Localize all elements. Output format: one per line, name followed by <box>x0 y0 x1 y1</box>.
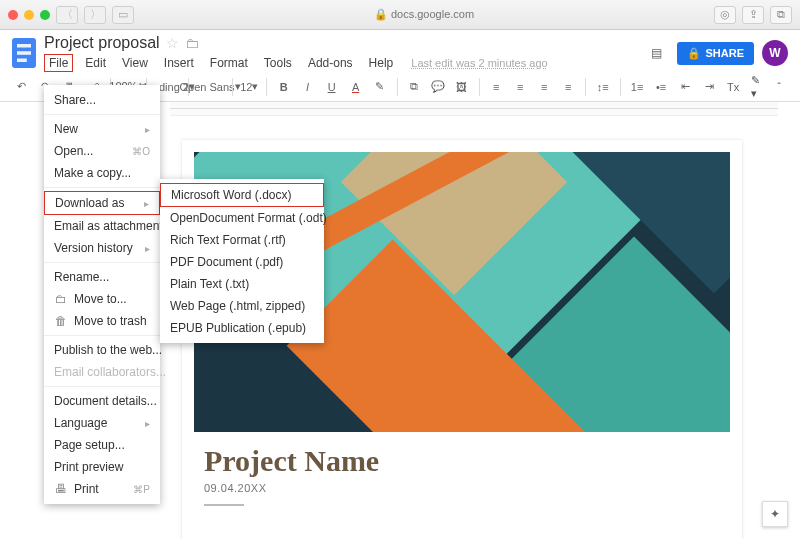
back-button[interactable]: 〈 <box>56 6 78 24</box>
editing-mode-button[interactable]: ✎ ▾ <box>748 77 766 97</box>
menu-page-setup[interactable]: Page setup... <box>44 434 160 456</box>
last-edit-link[interactable]: Last edit was 2 minutes ago <box>411 57 547 69</box>
submenu-pdf[interactable]: PDF Document (.pdf) <box>160 251 324 273</box>
project-date[interactable]: 09.04.20XX <box>204 482 742 494</box>
clear-formatting-button[interactable]: Tx <box>724 77 742 97</box>
close-window-icon[interactable] <box>8 10 18 20</box>
bold-button[interactable]: B <box>275 77 293 97</box>
italic-button[interactable]: I <box>299 77 317 97</box>
undo-button[interactable]: ↶ <box>12 77 30 97</box>
menu-new[interactable]: New▸ <box>44 118 160 140</box>
google-docs-app: Project proposal ☆ 🗀 File Edit View Inse… <box>0 30 800 539</box>
align-right-button[interactable]: ≡ <box>535 77 553 97</box>
menu-share[interactable]: Share... <box>44 89 160 111</box>
divider <box>204 504 244 506</box>
menu-format[interactable]: Format <box>206 55 252 71</box>
menu-make-copy[interactable]: Make a copy... <box>44 162 160 184</box>
forward-button[interactable]: 〉 <box>84 6 106 24</box>
align-center-button[interactable]: ≡ <box>511 77 529 97</box>
menu-edit[interactable]: Edit <box>81 55 110 71</box>
star-icon[interactable]: ☆ <box>166 35 179 51</box>
share-label: SHARE <box>705 47 744 59</box>
sidebar-button[interactable]: ▭ <box>112 6 134 24</box>
menu-rename[interactable]: Rename... <box>44 266 160 288</box>
url-text: docs.google.com <box>391 8 474 20</box>
print-icon: 🖶 <box>54 482 68 496</box>
submenu-odt[interactable]: OpenDocument Format (.odt) <box>160 207 324 229</box>
menu-move-trash[interactable]: 🗑Move to trash <box>44 310 160 332</box>
menu-print[interactable]: 🖶Print⌘P <box>44 478 160 500</box>
menu-view[interactable]: View <box>118 55 152 71</box>
minimize-window-icon[interactable] <box>24 10 34 20</box>
insert-comment-button[interactable]: 💬 <box>429 77 447 97</box>
increase-indent-button[interactable]: ⇥ <box>700 77 718 97</box>
menubar: File Edit View Insert Format Tools Add-o… <box>44 54 548 72</box>
download-as-submenu: Microsoft Word (.docx) OpenDocument Form… <box>160 179 324 343</box>
align-left-button[interactable]: ≡ <box>487 77 505 97</box>
comments-icon[interactable]: ▤ <box>643 40 669 66</box>
share-chrome-button[interactable]: ⇪ <box>742 6 764 24</box>
url-bar[interactable]: 🔒 docs.google.com <box>140 8 708 21</box>
menu-email-collab: Email collaborators... <box>44 361 160 383</box>
menu-insert[interactable]: Insert <box>160 55 198 71</box>
bulleted-list-button[interactable]: •≡ <box>652 77 670 97</box>
menu-open[interactable]: Open...⌘O <box>44 140 160 162</box>
decrease-indent-button[interactable]: ⇤ <box>676 77 694 97</box>
menu-tools[interactable]: Tools <box>260 55 296 71</box>
traffic-lights <box>8 10 50 20</box>
file-menu: Share... New▸ Open...⌘O Make a copy... D… <box>44 85 160 504</box>
menu-doc-details[interactable]: Document details... <box>44 390 160 412</box>
submenu-docx[interactable]: Microsoft Word (.docx) <box>160 183 324 207</box>
menu-move-to[interactable]: 🗀Move to... <box>44 288 160 310</box>
explore-button[interactable]: ✦ <box>762 501 788 527</box>
lock-icon: 🔒 <box>374 8 388 20</box>
submenu-epub[interactable]: EPUB Publication (.epub) <box>160 317 324 339</box>
ruler[interactable] <box>170 102 778 116</box>
font-dropdown[interactable]: Open Sans ▾ <box>196 77 224 97</box>
reader-button[interactable]: ◎ <box>714 6 736 24</box>
tabs-button[interactable]: ⧉ <box>770 6 792 24</box>
menu-language[interactable]: Language▸ <box>44 412 160 434</box>
trash-icon: 🗑 <box>54 314 68 328</box>
move-folder-icon[interactable]: 🗀 <box>185 35 199 51</box>
submenu-rtf[interactable]: Rich Text Format (.rtf) <box>160 229 324 251</box>
collapse-toolbar-button[interactable]: ˆ <box>770 77 788 97</box>
menu-print-preview[interactable]: Print preview <box>44 456 160 478</box>
line-spacing-button[interactable]: ↕≡ <box>594 77 612 97</box>
font-size-dropdown[interactable]: 12 ▾ <box>240 77 258 97</box>
browser-chrome: 〈 〉 ▭ 🔒 docs.google.com ◎ ⇪ ⧉ <box>0 0 800 30</box>
project-name-heading[interactable]: Project Name <box>204 444 742 478</box>
maximize-window-icon[interactable] <box>40 10 50 20</box>
menu-help[interactable]: Help <box>365 55 398 71</box>
highlight-button[interactable]: ✎ <box>371 77 389 97</box>
submenu-txt[interactable]: Plain Text (.txt) <box>160 273 324 295</box>
text-color-button[interactable]: A <box>347 77 365 97</box>
underline-button[interactable]: U <box>323 77 341 97</box>
titlebar: Project proposal ☆ 🗀 File Edit View Inse… <box>0 30 800 72</box>
avatar[interactable]: W <box>762 40 788 66</box>
numbered-list-button[interactable]: 1≡ <box>628 77 646 97</box>
folder-icon: 🗀 <box>54 292 68 306</box>
insert-link-button[interactable]: ⧉ <box>405 77 423 97</box>
doc-title[interactable]: Project proposal <box>44 34 160 52</box>
menu-email-attachment[interactable]: Email as attachment... <box>44 215 160 237</box>
lock-icon: 🔒 <box>687 47 701 60</box>
menu-addons[interactable]: Add-ons <box>304 55 357 71</box>
insert-image-button[interactable]: 🖼 <box>453 77 471 97</box>
menu-file[interactable]: File <box>44 54 73 72</box>
docs-logo-icon[interactable] <box>12 38 36 68</box>
submenu-html[interactable]: Web Page (.html, zipped) <box>160 295 324 317</box>
menu-publish-web[interactable]: Publish to the web... <box>44 339 160 361</box>
menu-version-history[interactable]: Version history▸ <box>44 237 160 259</box>
menu-download-as[interactable]: Download as▸ <box>44 191 160 215</box>
align-justify-button[interactable]: ≡ <box>559 77 577 97</box>
share-button[interactable]: 🔒 SHARE <box>677 42 754 65</box>
